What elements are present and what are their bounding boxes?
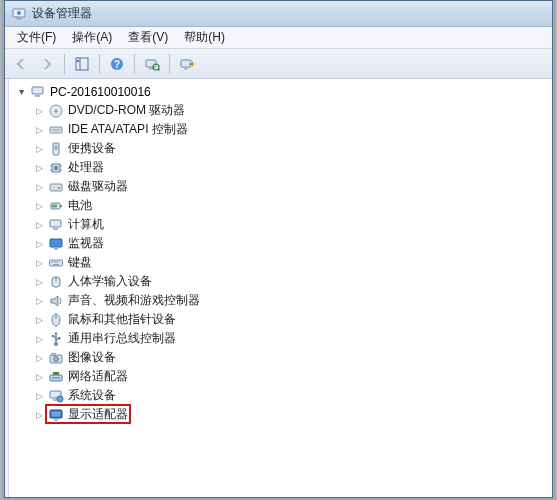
usb-icon xyxy=(48,331,64,347)
content-area: ▸ PC-201610010016 ▷DVD/CD-ROM 驱动器▷IDE AT… xyxy=(5,79,552,497)
expander-icon[interactable]: ▸ xyxy=(17,86,29,98)
expander-icon[interactable]: ▷ xyxy=(33,390,45,402)
expander-icon[interactable]: ▷ xyxy=(33,181,45,193)
tree-node[interactable]: ▷通用串行总线控制器 xyxy=(33,329,552,348)
menu-action[interactable]: 操作(A) xyxy=(64,27,120,48)
tree-node[interactable]: ▷声音、视频和游戏控制器 xyxy=(33,291,552,310)
imaging-icon xyxy=(48,350,64,366)
tree-node[interactable]: ▷网络适配器 xyxy=(33,367,552,386)
tree-node[interactable]: ▷显示适配器 xyxy=(33,405,552,424)
tree-node[interactable]: ▷计算机 xyxy=(33,215,552,234)
tree-node[interactable]: ▷监视器 xyxy=(33,234,552,253)
tree-node-label: 显示适配器 xyxy=(68,406,128,423)
expander-icon[interactable]: ▷ xyxy=(33,409,45,421)
menu-file[interactable]: 文件(F) xyxy=(9,27,64,48)
tree-node[interactable]: ▷电池 xyxy=(33,196,552,215)
expander-icon[interactable]: ▷ xyxy=(33,352,45,364)
svg-rect-14 xyxy=(32,87,43,94)
disk-icon xyxy=(48,179,64,195)
tree-node[interactable]: ▷图像设备 xyxy=(33,348,552,367)
tree-node-label: 网络适配器 xyxy=(68,368,128,385)
help-button[interactable]: ? xyxy=(105,52,129,76)
svg-rect-5 xyxy=(77,60,79,62)
tree-node-label: 通用串行总线控制器 xyxy=(68,330,176,347)
tree-node[interactable]: ▷IDE ATA/ATAPI 控制器 xyxy=(33,120,552,139)
mouse-icon xyxy=(48,312,64,328)
tree-node-label: 鼠标和其他指针设备 xyxy=(68,311,176,328)
properties-button[interactable] xyxy=(175,52,199,76)
ide-icon xyxy=(48,122,64,138)
tree-node[interactable]: ▷磁盘驱动器 xyxy=(33,177,552,196)
menu-view[interactable]: 查看(V) xyxy=(120,27,176,48)
svg-line-11 xyxy=(158,69,160,71)
expander-icon[interactable]: ▷ xyxy=(33,143,45,155)
expander-icon[interactable]: ▷ xyxy=(33,314,45,326)
tree-node-label: 磁盘驱动器 xyxy=(68,178,128,195)
tree-node[interactable]: ▷鼠标和其他指针设备 xyxy=(33,310,552,329)
svg-rect-9 xyxy=(149,68,153,70)
keyboard-icon xyxy=(48,255,64,271)
svg-text:?: ? xyxy=(114,59,120,70)
menu-help[interactable]: 帮助(H) xyxy=(176,27,233,48)
tree-node[interactable]: ▷便携设备 xyxy=(33,139,552,158)
tree-node-label: 电池 xyxy=(68,197,92,214)
svg-rect-1 xyxy=(16,18,22,20)
expander-icon[interactable]: ▷ xyxy=(33,295,45,307)
display-icon xyxy=(48,407,64,423)
svg-rect-8 xyxy=(146,60,156,67)
device-manager-icon xyxy=(11,6,27,22)
tree-node-label: 图像设备 xyxy=(68,349,116,366)
computer-icon xyxy=(31,84,47,100)
titlebar[interactable]: 设备管理器 xyxy=(5,1,552,27)
root-label: PC-201610010016 xyxy=(50,85,151,99)
portable-icon xyxy=(48,141,64,157)
system-icon xyxy=(48,388,64,404)
svg-rect-3 xyxy=(76,58,88,70)
tree-node-label: 处理器 xyxy=(68,159,104,176)
tree-node-label: 监视器 xyxy=(68,235,104,252)
disc-icon xyxy=(48,103,64,119)
expander-icon[interactable]: ▷ xyxy=(33,333,45,345)
tree-node-label: 便携设备 xyxy=(68,140,116,157)
tree-node-label: 声音、视频和游戏控制器 xyxy=(68,292,200,309)
tree-node-label: DVD/CD-ROM 驱动器 xyxy=(68,102,185,119)
expander-icon[interactable]: ▷ xyxy=(33,276,45,288)
scan-hardware-button[interactable] xyxy=(140,52,164,76)
toolbar-separator xyxy=(64,54,65,74)
menubar: 文件(F) 操作(A) 查看(V) 帮助(H) xyxy=(5,27,552,49)
device-manager-window: 设备管理器 文件(F) 操作(A) 查看(V) 帮助(H) ? xyxy=(4,0,553,498)
tree-root-node[interactable]: ▸ PC-201610010016 xyxy=(15,83,552,101)
tree-node-label: 计算机 xyxy=(68,216,104,233)
expander-icon[interactable]: ▷ xyxy=(33,162,45,174)
expander-icon[interactable]: ▷ xyxy=(33,105,45,117)
expander-icon[interactable]: ▷ xyxy=(33,238,45,250)
tree-node-label: 键盘 xyxy=(68,254,92,271)
computer-icon xyxy=(48,217,64,233)
expander-icon[interactable]: ▷ xyxy=(33,257,45,269)
sound-icon xyxy=(48,293,64,309)
tree-node[interactable]: ▷人体学输入设备 xyxy=(33,272,552,291)
tree-node[interactable]: ▷DVD/CD-ROM 驱动器 xyxy=(33,101,552,120)
svg-rect-13 xyxy=(184,68,188,70)
forward-button[interactable] xyxy=(35,52,59,76)
expander-icon[interactable]: ▷ xyxy=(33,219,45,231)
tree-node[interactable]: ▷系统设备 xyxy=(33,386,552,405)
toolbar-separator xyxy=(134,54,135,74)
window-title: 设备管理器 xyxy=(32,5,92,22)
tree-node[interactable]: ▷处理器 xyxy=(33,158,552,177)
toolbar-separator xyxy=(99,54,100,74)
hid-icon xyxy=(48,274,64,290)
svg-rect-15 xyxy=(35,95,40,97)
toolbar: ? xyxy=(5,49,552,79)
tree-node[interactable]: ▷键盘 xyxy=(33,253,552,272)
show-hide-tree-button[interactable] xyxy=(70,52,94,76)
expander-icon[interactable]: ▷ xyxy=(33,124,45,136)
back-button[interactable] xyxy=(9,52,33,76)
battery-icon xyxy=(48,198,64,214)
svg-point-2 xyxy=(17,11,21,15)
toolbar-separator xyxy=(169,54,170,74)
expander-icon[interactable]: ▷ xyxy=(33,200,45,212)
tree-node-label: 系统设备 xyxy=(68,387,116,404)
device-tree[interactable]: ▸ PC-201610010016 ▷DVD/CD-ROM 驱动器▷IDE AT… xyxy=(9,79,552,497)
expander-icon[interactable]: ▷ xyxy=(33,371,45,383)
